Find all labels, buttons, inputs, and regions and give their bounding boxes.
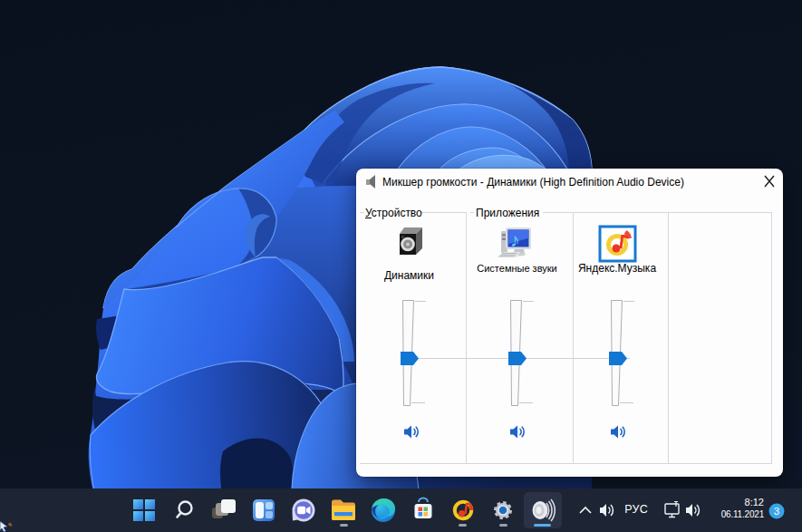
svg-text:♪: ♪ (510, 229, 520, 250)
svg-text:3: 3 (774, 506, 779, 517)
